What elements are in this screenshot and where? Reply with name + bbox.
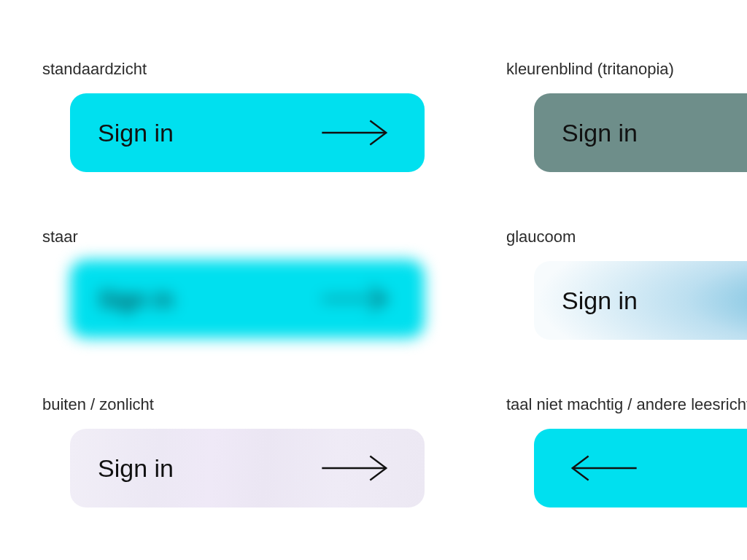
arrow-right-icon [317, 117, 397, 149]
signin-button-glaucoma[interactable]: Sign in [506, 261, 747, 340]
signin-button-label: Sign in [98, 285, 174, 314]
vision-variant-grid: standaardzicht Sign in kleurenblind (tri… [0, 0, 747, 560]
arrow-right-icon [317, 452, 397, 484]
signin-button-label: Sign in [562, 287, 638, 315]
label-tritanopia: kleurenblind (tritanopia) [506, 60, 674, 79]
signin-button-sunlight[interactable]: Sign in [42, 429, 452, 508]
arrow-right-icon [317, 283, 397, 315]
signin-button-language[interactable]: ت [506, 429, 747, 508]
label-cataract: staar [42, 228, 78, 246]
signin-button-cataract[interactable]: Sign in [42, 260, 452, 338]
signin-button-label: Sign in [562, 119, 638, 147]
cataract-blur-wrapper: Sign in [34, 251, 461, 347]
label-standard: standaardzicht [42, 60, 147, 79]
signin-button-tritanopia[interactable]: Sign in [506, 93, 747, 172]
label-glaucoma: glaucoom [506, 228, 576, 246]
label-sunlight: buiten / zonlicht [42, 395, 154, 414]
signin-button-standard[interactable]: Sign in [42, 93, 452, 172]
signin-button-label: Sign in [98, 119, 174, 147]
arrow-left-icon [562, 452, 642, 484]
label-language: taal niet machtig / andere leesrichting [506, 395, 747, 414]
signin-button-label: Sign in [98, 454, 174, 483]
